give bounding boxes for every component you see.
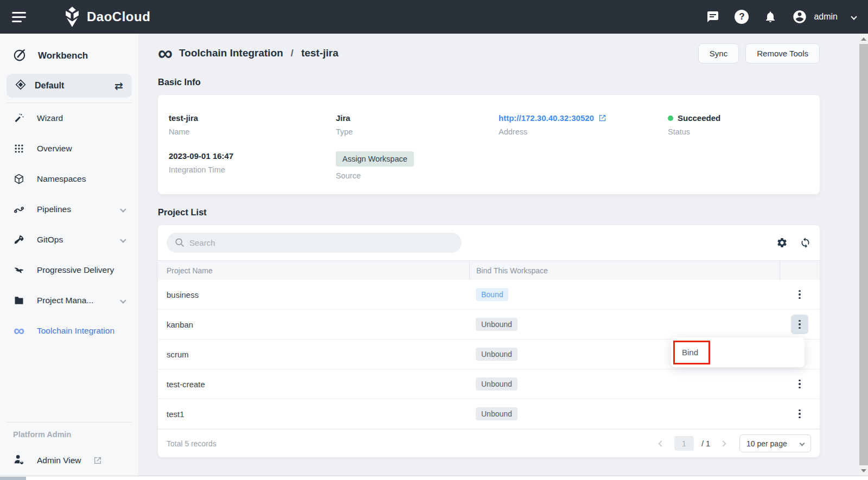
bind-menu-item[interactable]: Bind (682, 348, 698, 357)
gitops-rocket-icon (13, 234, 25, 245)
toolchain-infinity-icon: ∞ (158, 45, 173, 61)
row-actions-kebab-icon[interactable] (791, 374, 808, 394)
sidebar-item-pipelines[interactable]: Pipelines (0, 194, 138, 225)
vertical-scrollbar-thumb[interactable] (859, 44, 868, 465)
chevron-down-icon[interactable] (120, 297, 126, 303)
breadcrumb-current: test-jira (301, 47, 339, 59)
field-status-label: Status (668, 127, 809, 136)
settings-gear-icon[interactable] (776, 237, 788, 248)
row-actions-kebab-icon[interactable] (791, 285, 808, 304)
notifications-bell-icon[interactable] (763, 9, 778, 24)
sidebar-item-toolchain-integration[interactable]: ∞ Toolchain Integration (0, 316, 138, 346)
table-row: test1 Unbound (158, 399, 820, 429)
bind-status-badge: Bound (476, 288, 508, 301)
sidebar-item-project-management[interactable]: Project Mana... (0, 285, 138, 316)
bind-status-badge: Unbound (476, 377, 518, 391)
user-avatar[interactable] (792, 9, 807, 24)
workbench-label: Workbench (38, 50, 88, 61)
external-link-icon[interactable] (598, 114, 607, 122)
sidebar-item-label: Namespaces (37, 174, 86, 184)
field-name-label: Name (169, 127, 336, 136)
breadcrumb-parent[interactable]: Toolchain Integration (179, 47, 283, 59)
field-integration-time-label: Integration Time (169, 165, 336, 174)
username-label: admin (814, 12, 838, 22)
bind-status-badge: Unbound (476, 348, 518, 361)
admin-view-label: Admin View (37, 456, 81, 465)
field-name-value: test-jira (169, 113, 336, 123)
field-type-label: Type (336, 127, 499, 136)
previous-page-button[interactable] (656, 438, 667, 449)
next-page-button[interactable] (718, 438, 729, 449)
sidebar-item-label: Overview (37, 144, 72, 153)
sidebar-item-overview[interactable]: Overview (0, 133, 138, 164)
project-name-cell: test1 (158, 409, 469, 419)
column-header-project-name: Project Name (158, 266, 469, 275)
table-row: business Bound (158, 280, 820, 310)
horizontal-scrollbar-thumb[interactable] (0, 477, 26, 480)
project-name-cell: kanban (158, 320, 469, 329)
page-size-select[interactable]: 10 per page (739, 434, 811, 452)
project-name-cell: business (158, 290, 469, 299)
sidebar: Workbench Default ⇄ Wizard Overview (0, 34, 139, 476)
sidebar-item-progressive-delivery[interactable]: Progressive Delivery (0, 255, 138, 285)
table-row: test-create Unbound (158, 369, 820, 399)
hamburger-menu-icon[interactable] (12, 12, 26, 22)
workspace-selector[interactable]: Default ⇄ (7, 74, 132, 98)
horizontal-scrollbar[interactable] (0, 476, 868, 480)
sidebar-item-label: Wizard (37, 113, 63, 123)
address-link[interactable]: http://172.30.40.32:30520 (499, 113, 594, 123)
bind-status-badge: Unbound (476, 407, 518, 420)
field-source-label: Source (336, 171, 499, 180)
external-link-icon (93, 456, 102, 465)
workbench-icon (13, 48, 27, 64)
sidebar-item-workbench[interactable]: Workbench (0, 43, 138, 68)
namespaces-cube-icon (13, 174, 25, 184)
scroll-up-arrow[interactable] (859, 34, 868, 44)
chevron-down-icon (800, 441, 805, 446)
admin-user-icon (13, 453, 25, 468)
row-actions-kebab-icon[interactable] (791, 404, 808, 424)
search-icon (174, 237, 185, 250)
remove-tools-button[interactable]: Remove Tools (745, 43, 820, 63)
sidebar-item-gitops[interactable]: GitOps (0, 225, 138, 255)
vertical-scrollbar[interactable] (859, 34, 868, 476)
sidebar-item-wizard[interactable]: Wizard (0, 103, 138, 133)
message-icon[interactable] (705, 9, 720, 24)
search-input[interactable] (167, 233, 462, 253)
overview-grid-icon (13, 143, 25, 154)
field-name: test-jira Name (169, 113, 336, 136)
chevron-down-icon[interactable] (120, 236, 126, 242)
table-footer: Total 5 records 1 / 1 10 per page (158, 429, 820, 457)
table-row: kanban Unbound (158, 310, 820, 340)
brand-name: DaoCloud (87, 9, 150, 24)
scroll-down-arrow[interactable] (859, 465, 868, 476)
total-records-label: Total 5 records (167, 439, 216, 448)
field-type-value: Jira (336, 113, 499, 123)
help-icon[interactable]: ? (735, 10, 749, 24)
folder-icon (13, 295, 25, 306)
user-menu-chevron-icon[interactable] (851, 14, 857, 20)
field-source: Assign Workspace Source (336, 151, 499, 180)
project-name-cell: test-create (158, 380, 469, 389)
bind-status-badge: Unbound (476, 318, 518, 331)
field-address: http://172.30.40.32:30520 Address (499, 113, 668, 136)
integration-time-value: 2023-09-01 16:47 (169, 151, 336, 161)
row-context-menu: Bind (671, 337, 805, 367)
total-pages-label: / 1 (701, 439, 710, 448)
refresh-icon[interactable] (800, 237, 811, 248)
status-success-dot (668, 116, 673, 121)
progressive-delivery-bird-icon (13, 265, 25, 276)
sidebar-item-label: Progressive Delivery (37, 265, 114, 275)
current-page-input[interactable]: 1 (674, 436, 694, 451)
switch-workspace-icon[interactable]: ⇄ (114, 80, 123, 92)
sidebar-item-admin-view[interactable]: Admin View (0, 445, 138, 476)
sidebar-item-label: GitOps (37, 235, 63, 245)
row-actions-kebab-icon-active[interactable] (791, 315, 808, 334)
sidebar-item-namespaces[interactable]: Namespaces (0, 164, 138, 194)
workspace-icon (15, 79, 26, 92)
sync-button[interactable]: Sync (698, 43, 739, 63)
field-status: Succeeded Status (668, 113, 809, 136)
chevron-down-icon[interactable] (120, 206, 126, 212)
pipelines-icon (13, 204, 25, 215)
infinity-icon: ∞ (13, 325, 25, 336)
